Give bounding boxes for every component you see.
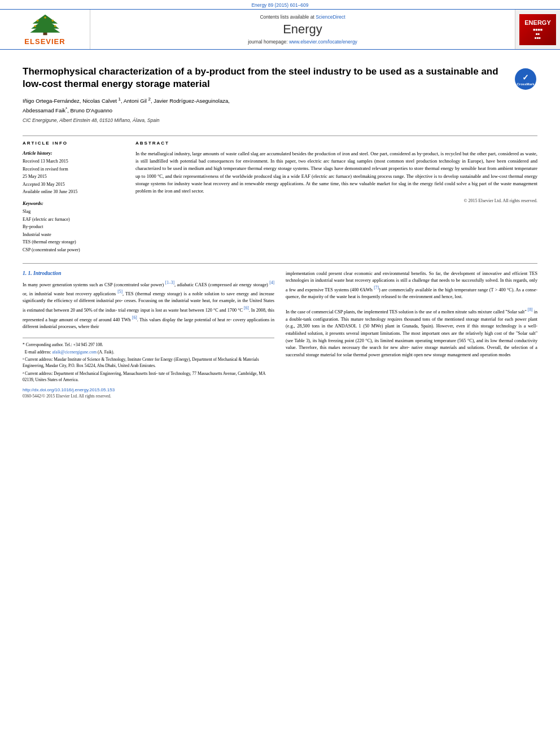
email-link[interactable]: afaik@cicenergigune.com [53, 350, 97, 355]
section-1-left-text: In many power generation systems such as… [23, 279, 274, 331]
homepage-label: journal homepage: [248, 39, 287, 45]
issn-line: 0360-5442/© 2015 Elsevier Ltd. All right… [23, 394, 274, 399]
sciencedirect-line: Contents lists available at ScienceDirec… [260, 14, 345, 20]
ref-6a[interactable]: [6] [244, 305, 249, 311]
crossmark-icon: ✓ CrossMark [515, 68, 536, 90]
section-1-right-text-2: In the case of commercial CSP plants, th… [286, 307, 537, 359]
section-1-right-text-1: implementation could present clear econo… [286, 270, 537, 302]
article-authors: Iñigo Ortega-Fernández, Nicolas Calvet 1… [23, 96, 504, 115]
article-dates: Received 13 March 2015 Received in revis… [23, 158, 124, 196]
section-1-title: 1. 1. Introduction [23, 270, 274, 276]
keywords-section: Keywords: Slag EAF (electric arc furnace… [23, 200, 124, 254]
keyword-csp: CSP (concentrated solar power) [23, 246, 124, 254]
elsevier-logo: ELSEVIER [23, 14, 68, 46]
ref-8[interactable]: [8] [528, 307, 533, 312]
footnotes-section: * Corresponding author. Tel.: +34 945 29… [23, 338, 274, 399]
article-title-section: Thermophysical characterization of a by-… [23, 61, 537, 129]
keyword-slag: Slag [23, 208, 124, 216]
sciencedirect-prefix: Contents lists available at [260, 14, 314, 20]
energy-logo-box: ENERGY ■■■■ ■■■■■ [519, 14, 556, 45]
svg-point-8 [44, 16, 46, 19]
journal-homepage-line: journal homepage: www.elsevier.com/locat… [248, 39, 357, 45]
section-1-number: 1. [23, 270, 28, 276]
journal-reference: Energy 89 (2015) 601–609 [251, 2, 308, 8]
article-info-abstract-layout: ARTICLE INFO Article history: Received 1… [23, 141, 537, 254]
footnote-corresponding: * Corresponding author. Tel.: +34 945 29… [23, 342, 274, 348]
homepage-link[interactable]: www.elsevier.com/locate/energy [289, 39, 357, 45]
body-divider [23, 263, 537, 264]
received-revised-date: 25 May 2015 [23, 173, 124, 181]
history-label: Article history: [23, 150, 124, 156]
abstract-column: ABSTRACT In the metallurgical industry, … [135, 141, 537, 254]
main-content: Thermophysical characterization of a by-… [0, 50, 560, 410]
journal-reference-bar: Energy 89 (2015) 601–609 [0, 0, 560, 9]
received-revised-label: Received in revised form [23, 165, 124, 173]
available-online-date: Available online 30 June 2015 [23, 188, 124, 196]
footnote-1: ¹ Current address: Masdar Institute of S… [23, 356, 274, 369]
elsevier-wordmark: ELSEVIER [24, 37, 65, 46]
ref-4[interactable]: [4] [269, 280, 274, 285]
footnote-2: ² Current address: Department of Mechani… [23, 370, 274, 383]
svg-point-7 [54, 25, 56, 27]
ref-6b[interactable]: [6] [132, 315, 137, 320]
energy-logo-container: ENERGY ■■■■ ■■■■■ [515, 10, 560, 49]
svg-point-4 [36, 19, 38, 21]
accepted-date: Accepted 30 May 2015 [23, 181, 124, 189]
svg-point-6 [34, 25, 36, 27]
keyword-byproduct: By-product [23, 223, 124, 231]
article-info-column: ARTICLE INFO Article history: Received 1… [23, 141, 124, 254]
sciencedirect-link[interactable]: ScienceDirect [316, 14, 345, 20]
keywords-label: Keywords: [23, 200, 124, 206]
energy-logo-text: ENERGY ■■■■ ■■■■■ [524, 19, 550, 40]
body-content: 1. 1. Introduction In many power generat… [23, 270, 537, 399]
ref-5[interactable]: [5] [117, 289, 123, 294]
journal-info-center: Contents lists available at ScienceDirec… [90, 10, 515, 49]
keyword-eaf: EAF (electric arc furnace) [23, 216, 124, 224]
elsevier-logo-container: ELSEVIER [0, 10, 90, 49]
ref-1-3[interactable]: [1–3] [165, 280, 174, 285]
footnote-email: E-mail address: afaik@cicenergigune.com … [23, 349, 274, 355]
section-1-label: 1. Introduction [28, 270, 62, 276]
abstract-text: In the metallurgical industry, large amo… [135, 150, 537, 195]
article-info-header: ARTICLE INFO [23, 141, 124, 146]
article-title: Thermophysical characterization of a by-… [23, 65, 504, 90]
author-affiliation: CIC Energigune, Albert Einstein 48, 0151… [23, 117, 504, 123]
article-title-text: Thermophysical characterization of a by-… [23, 65, 515, 129]
keyword-tes: TES (thermal energy storage) [23, 238, 124, 246]
journal-name-header: Energy [283, 22, 322, 37]
body-right-column: implementation could present clear econo… [286, 270, 537, 399]
crossmark-badge: ✓ CrossMark [515, 68, 537, 91]
received-date: Received 13 March 2015 [23, 158, 124, 165]
abstract-header: ABSTRACT [135, 141, 537, 146]
elsevier-tree-icon [23, 14, 68, 36]
journal-header: ELSEVIER Contents lists available at Sci… [0, 9, 560, 50]
ref-7[interactable]: [7] [374, 285, 379, 290]
doi-link[interactable]: http://dx.doi.org/10.1016/j.energy.2015.… [23, 387, 274, 392]
body-left-column: 1. 1. Introduction In many power generat… [23, 270, 274, 399]
svg-point-5 [51, 19, 54, 21]
keywords-list: Slag EAF (electric arc furnace) By-produ… [23, 208, 124, 254]
copyright-line: © 2015 Elsevier Ltd. All rights reserved… [135, 198, 537, 203]
keyword-industrial-waste: Industrial waste [23, 231, 124, 239]
section-divider [23, 136, 537, 136]
